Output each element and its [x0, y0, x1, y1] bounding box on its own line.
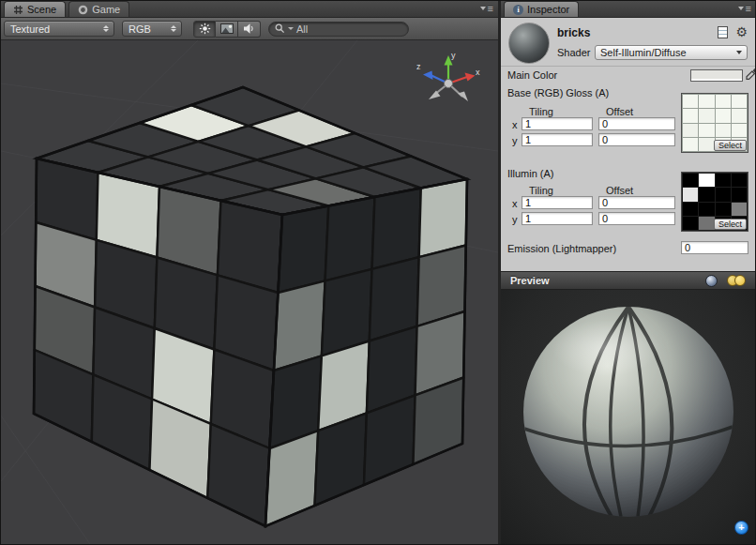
preview-header[interactable]: Preview [501, 271, 756, 290]
base-texture-slot[interactable]: Select [681, 93, 748, 153]
scene-panel-menu-icon[interactable] [480, 3, 493, 14]
tab-inspector-label: Inspector [527, 4, 569, 15]
scene-orientation-gizmo[interactable]: y x z [416, 48, 481, 114]
render-color-dropdown[interactable]: RGB [122, 21, 182, 37]
lighting-toggle-button[interactable] [193, 21, 216, 38]
scene-toolbar: Textured RGB [1, 18, 498, 40]
main-color-label: Main Color [507, 69, 557, 81]
add-preview-button[interactable] [734, 521, 748, 535]
speaker-icon [243, 23, 255, 35]
cube-mesh [34, 87, 467, 526]
illumin-tiling-x-input[interactable]: 1 [522, 196, 593, 209]
tab-game[interactable]: Game [68, 1, 129, 17]
illumin-tiling-y-input[interactable]: 1 [522, 212, 593, 225]
scene-grid-icon [13, 5, 23, 15]
draw-mode-value: Textured [10, 23, 50, 35]
audio-toggle-button[interactable] [238, 21, 261, 38]
tiling-header: Tiling [529, 106, 553, 117]
render-mode-button[interactable] [216, 21, 238, 38]
dropdown-arrows-icon [171, 25, 176, 32]
help-doc-icon[interactable] [718, 26, 728, 38]
gizmo-y-label: y [451, 51, 456, 60]
material-preview-area[interactable] [501, 290, 756, 544]
tab-game-label: Game [92, 4, 120, 15]
row-y-label: y [512, 135, 518, 146]
inspector-content: bricks Shader Self-Illumin/Diffuse Main … [501, 18, 756, 271]
hamburger-icon [488, 3, 493, 14]
search-icon [275, 23, 285, 34]
base-offset-y-input[interactable]: 0 [598, 133, 675, 146]
gizmo-center-cube[interactable] [445, 80, 453, 88]
illumin-offset-y-input[interactable]: 0 [598, 212, 675, 225]
offset-header: Offset [606, 106, 633, 117]
dropdown-arrows-icon [103, 25, 109, 32]
emission-input[interactable]: 0 [681, 241, 748, 254]
material-name: bricks [557, 26, 590, 39]
shader-label: Shader [557, 47, 590, 58]
gizmo-z-cone-icon[interactable] [423, 71, 433, 81]
sun-icon [199, 23, 211, 35]
tiling-header: Tiling [529, 185, 553, 196]
search-filter-value: All [296, 23, 308, 35]
eyedropper-icon[interactable] [746, 68, 756, 82]
illumin-texture-slot[interactable]: Select [681, 172, 748, 232]
preview-title: Preview [510, 275, 550, 286]
gear-icon[interactable] [735, 26, 748, 38]
scene-tab-bar: Scene Game [1, 1, 498, 18]
row-x-label: x [512, 198, 518, 209]
base-texture-select-button[interactable]: Select [714, 140, 747, 151]
tab-scene-label: Scene [27, 4, 56, 15]
scene-toggle-group [193, 21, 261, 38]
shader-dropdown[interactable]: Self-Illumin/Diffuse [595, 45, 748, 60]
row-x-label: x [512, 119, 518, 130]
scene-panel: Scene Game Textured RGB [1, 1, 498, 544]
shader-value: Self-Illumin/Diffuse [600, 47, 687, 58]
render-color-value: RGB [129, 23, 151, 35]
illumin-texture-select-button[interactable]: Select [714, 219, 747, 230]
dropdown-arrow-icon [480, 7, 486, 10]
preview-lighting-toggle-icon[interactable] [727, 275, 747, 287]
dropdown-arrow-icon [738, 7, 744, 10]
game-icon [78, 5, 88, 15]
gizmo-x-label: x [476, 68, 480, 77]
row-y-label: y [512, 214, 518, 225]
illumin-map-label: Illumin (A) [507, 168, 554, 179]
tab-inspector[interactable]: Inspector [504, 1, 579, 17]
tab-scene[interactable]: Scene [4, 1, 66, 17]
viewport-svg [1, 40, 498, 544]
image-icon [220, 23, 234, 34]
preview-sphere-toggle-icon[interactable] [705, 275, 718, 287]
hamburger-icon [746, 3, 751, 14]
base-tiling-y-input[interactable]: 1 [522, 133, 593, 146]
preview-header-icons [705, 275, 747, 287]
draw-mode-dropdown[interactable]: Textured [4, 21, 114, 37]
emission-label: Emission (Lightmapper) [507, 243, 616, 254]
scene-search-field[interactable]: All [268, 22, 409, 37]
inspector-panel-menu-icon[interactable] [738, 3, 751, 14]
gizmo-x-cone-icon[interactable] [465, 73, 476, 82]
base-tiling-x-input[interactable]: 1 [522, 117, 593, 130]
unity-window: Scene Game Textured RGB [0, 0, 756, 545]
main-color-swatch[interactable] [690, 69, 743, 82]
illumin-offset-x-input[interactable]: 0 [598, 196, 675, 209]
scene-viewport[interactable]: y x z [1, 40, 498, 544]
search-filter-caret-icon [288, 27, 294, 30]
base-offset-x-input[interactable]: 0 [598, 117, 675, 130]
preview-sphere [501, 290, 756, 544]
inspector-panel: Inspector bricks Shader Self-Illumin/Dif… [501, 1, 756, 544]
chevron-down-icon [736, 51, 742, 54]
base-map-label: Base (RGB) Gloss (A) [507, 87, 609, 98]
material-sphere-thumbnail [508, 23, 550, 64]
gizmo-z-label: z [416, 62, 421, 71]
header-divider [501, 66, 756, 67]
info-icon [513, 5, 523, 15]
offset-header: Offset [606, 185, 633, 196]
material-header-icons [718, 26, 748, 38]
inspector-tab-bar: Inspector [501, 1, 756, 18]
